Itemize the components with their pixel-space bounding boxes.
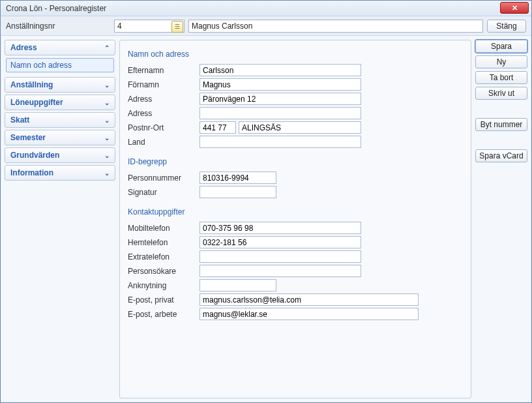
chevron-down-icon: ⌄ [104, 152, 110, 159]
mobil-label: Mobiltelefon [128, 224, 200, 233]
sidebar-label-anstallning: Anställning [10, 80, 53, 89]
adress2-input[interactable] [200, 107, 361, 119]
postnrort-label: Postnr-Ort [128, 123, 200, 132]
signatur-input[interactable] [200, 186, 276, 198]
signatur-label: Signatur [128, 188, 200, 197]
adress2-label: Adress [128, 109, 200, 118]
section-title-kontakt: Kontaktuppgifter [128, 207, 463, 216]
ankn-input[interactable] [200, 279, 276, 291]
topbar: Anställningsnr 4 ☰ Magnus Carlsson Stäng [1, 16, 531, 36]
sokare-input[interactable] [200, 265, 361, 277]
land-label: Land [128, 138, 200, 147]
save-vcard-button[interactable]: Spara vCard [475, 149, 527, 162]
sidebar-item-grundvarden[interactable]: Grundvärden ⌄ [5, 147, 115, 163]
ankn-label: Anknytning [128, 281, 200, 290]
chevron-down-icon: ⌄ [104, 99, 110, 106]
action-column: Spara Ny Ta bort Skriv ut Byt nummer Spa… [475, 40, 527, 398]
epost-arb-input[interactable] [200, 308, 419, 320]
adress-input[interactable] [200, 93, 361, 105]
mobil-input[interactable] [200, 222, 361, 234]
sidebar-item-information[interactable]: Information ⌄ [5, 165, 115, 181]
hemtel-input[interactable] [200, 236, 361, 248]
window-title: Crona Lön - Personalregister [6, 4, 106, 13]
sidebar-label-skatt: Skatt [10, 115, 29, 125]
epost-arb-label: E-post, arbete [128, 310, 200, 319]
sidebar-item-loneuppgifter[interactable]: Löneuppgifter ⌄ [5, 95, 115, 110]
titlebar: Crona Lön - Personalregister ✕ [1, 1, 531, 16]
sidebar-label-adress: Adress [10, 43, 37, 52]
epost-priv-label: E-post, privat [128, 295, 200, 305]
close-icon: ✕ [512, 4, 518, 12]
epost-priv-input[interactable] [200, 293, 419, 306]
sidebar-item-semester[interactable]: Semester ⌄ [5, 130, 115, 145]
personnummer-label: Personnummer [128, 173, 200, 183]
employee-name-field[interactable]: Magnus Carlsson [188, 20, 483, 33]
sidebar-label-grundvarden: Grundvärden [10, 151, 59, 160]
close-button[interactable]: Stäng [487, 20, 526, 33]
save-button[interactable]: Spara [475, 40, 527, 53]
app-window: Crona Lön - Personalregister ✕ Anställni… [0, 0, 532, 403]
chevron-down-icon: ⌄ [104, 117, 110, 124]
delete-button[interactable]: Ta bort [475, 71, 527, 84]
section-title-namn: Namn och adress [128, 50, 463, 59]
section-title-id: ID-begrepp [128, 157, 463, 166]
sidebar-label-loneuppgifter: Löneuppgifter [10, 98, 63, 107]
fornamn-input[interactable] [200, 78, 361, 91]
new-button[interactable]: Ny [475, 55, 527, 68]
window-close-button[interactable]: ✕ [500, 2, 529, 14]
print-button[interactable]: Skriv ut [475, 87, 527, 100]
adress-label: Adress [128, 95, 200, 104]
extratel-label: Extratelefon [128, 252, 200, 261]
land-input[interactable] [200, 136, 361, 148]
employee-number-label: Anställningsnr [6, 22, 110, 31]
sidebar-label-semester: Semester [10, 133, 46, 142]
efternamn-input[interactable] [200, 64, 361, 76]
lookup-icon[interactable]: ☰ [171, 21, 183, 33]
employee-number-field[interactable]: 4 ☰ [114, 20, 185, 33]
sidebar: Adress ⌃ Namn och adress Anställning ⌄ L… [5, 40, 115, 398]
sidebar-label-information: Information [10, 168, 53, 177]
extratel-input[interactable] [200, 250, 361, 263]
fornamn-label: Förnamn [128, 80, 200, 89]
main-area: Adress ⌃ Namn och adress Anställning ⌄ L… [1, 36, 531, 402]
chevron-down-icon: ⌄ [104, 82, 110, 89]
sidebar-item-skatt[interactable]: Skatt ⌄ [5, 112, 115, 128]
chevron-up-icon: ⌃ [104, 44, 110, 52]
chevron-down-icon: ⌄ [104, 134, 110, 142]
content-panel: Namn och adress Efternamn Förnamn Adress… [119, 40, 471, 398]
sokare-label: Personsökare [128, 267, 200, 276]
postnr-input[interactable] [200, 121, 236, 134]
chevron-down-icon: ⌄ [104, 170, 110, 177]
ort-input[interactable] [239, 121, 361, 134]
employee-name-value: Magnus Carlsson [192, 22, 252, 31]
sidebar-item-adress[interactable]: Adress ⌃ [5, 40, 115, 55]
sidebar-item-anstallning[interactable]: Anställning ⌄ [5, 77, 115, 93]
efternamn-label: Efternamn [128, 66, 200, 75]
hemtel-label: Hemtelefon [128, 238, 200, 247]
personnummer-input[interactable] [200, 172, 276, 184]
employee-number-value: 4 [117, 22, 122, 31]
change-number-button[interactable]: Byt nummer [475, 118, 527, 131]
sidebar-subitem-namn-och-adress[interactable]: Namn och adress [6, 58, 114, 72]
